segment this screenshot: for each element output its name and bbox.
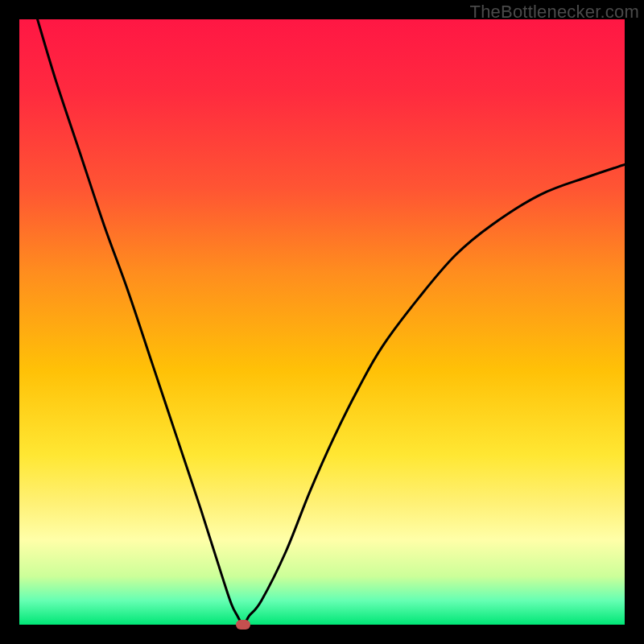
optimal-point-marker <box>236 620 250 630</box>
watermark-text: TheBottlenecker.com <box>470 2 639 23</box>
gradient-plot-area <box>19 19 625 625</box>
